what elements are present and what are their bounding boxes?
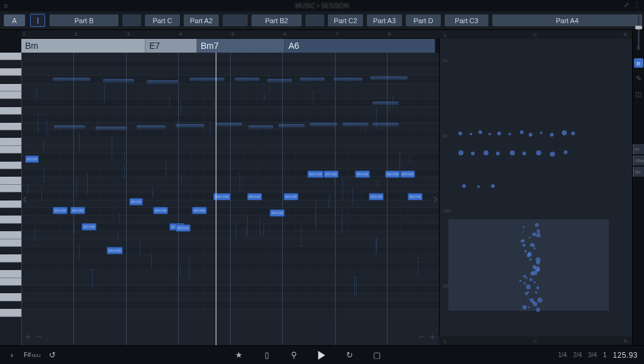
- part-a-chip[interactable]: A: [4, 14, 25, 26]
- piano-key-white[interactable]: [0, 185, 21, 192]
- piano-key-white[interactable]: [0, 162, 21, 169]
- time-sig-3[interactable]: 3/4: [588, 351, 597, 358]
- chord-segment[interactable]: E7: [145, 39, 197, 53]
- midi-note[interactable]: [270, 209, 285, 217]
- piano-key-black[interactable]: [0, 301, 13, 309]
- zoom-controls-left[interactable]: +−: [25, 331, 42, 343]
- part-tab[interactable]: Part D: [406, 14, 441, 26]
- scatter-view[interactable]: 1k1k100100: [439, 39, 632, 336]
- part-tab[interactable]: Part C: [145, 14, 180, 26]
- piano-key-white[interactable]: [0, 177, 21, 184]
- tuning-fork-icon[interactable]: ⚲: [288, 350, 300, 361]
- midi-note[interactable]: [192, 207, 207, 214]
- piano-key-white[interactable]: [0, 123, 21, 130]
- piano-key-white[interactable]: [0, 107, 21, 115]
- list-icon[interactable]: ≡: [634, 58, 643, 68]
- side-property[interactable]: Pr: [633, 144, 644, 154]
- chord-segment[interactable]: A6: [285, 39, 435, 53]
- piano-key-white[interactable]: [0, 53, 21, 60]
- song-key-chip[interactable]: F#MAJ: [24, 351, 41, 358]
- part-tab[interactable]: Part C2: [328, 14, 363, 26]
- master-fader[interactable]: [635, 15, 642, 50]
- bar-ruler[interactable]: 12345678: [21, 30, 439, 39]
- part-tab[interactable]: Part B: [50, 14, 119, 26]
- midi-note[interactable]: [400, 170, 415, 178]
- piano-key-black[interactable]: [0, 115, 13, 122]
- midi-note[interactable]: [129, 198, 143, 205]
- midi-note[interactable]: [107, 247, 123, 254]
- piano-keyboard[interactable]: [0, 53, 21, 345]
- piano-key-white[interactable]: [0, 146, 21, 153]
- metronome-icon[interactable]: ▯: [261, 350, 272, 361]
- piano-key-white[interactable]: [0, 200, 21, 208]
- favorite-icon[interactable]: ★: [233, 350, 245, 361]
- midi-note[interactable]: [369, 193, 384, 200]
- piano-key-white[interactable]: [0, 138, 21, 145]
- piano-key-black[interactable]: [0, 224, 13, 231]
- zoom-controls-right[interactable]: −+: [418, 331, 435, 343]
- piano-key-black[interactable]: [0, 153, 13, 161]
- eraser-icon[interactable]: ◫: [634, 90, 643, 99]
- piano-key-black[interactable]: [0, 60, 13, 68]
- midi-note[interactable]: [307, 170, 324, 178]
- pencil-icon[interactable]: ✎: [634, 74, 643, 83]
- chord-segment[interactable]: Bm: [21, 39, 145, 53]
- window-more-icon[interactable]: ⋮: [634, 1, 640, 8]
- midi-note[interactable]: [408, 193, 423, 200]
- midi-note[interactable]: [324, 170, 339, 178]
- next-chord-icon[interactable]: ›: [433, 191, 438, 207]
- piano-key-black[interactable]: [0, 99, 13, 107]
- chord-track[interactable]: BmE7Bm7A6: [21, 39, 439, 53]
- piano-key-white[interactable]: [0, 91, 21, 99]
- part-tab[interactable]: Part B2: [251, 14, 302, 26]
- part-insert-point[interactable]: [30, 14, 45, 27]
- midi-note[interactable]: [153, 207, 168, 214]
- play-button[interactable]: [316, 350, 327, 361]
- part-tab[interactable]: Part A3: [367, 14, 402, 26]
- midi-note[interactable]: [70, 207, 85, 214]
- piano-key-black[interactable]: [0, 208, 13, 216]
- piano-key-black[interactable]: [0, 192, 13, 200]
- piano-key-white[interactable]: [0, 270, 21, 278]
- side-property[interactable]: Ba: [633, 167, 644, 177]
- zoom-out-icon[interactable]: −: [418, 331, 424, 343]
- note-grid[interactable]: ‹ › +− −+: [21, 53, 439, 345]
- piano-key-white[interactable]: [0, 68, 21, 76]
- piano-key-white[interactable]: [0, 239, 21, 247]
- midi-note[interactable]: [385, 170, 400, 178]
- undo-icon[interactable]: ↺: [47, 350, 58, 361]
- piano-key-white[interactable]: [0, 231, 21, 239]
- zoom-in-icon[interactable]: +: [25, 331, 31, 343]
- piano-key-white[interactable]: [0, 278, 21, 286]
- piano-key-black[interactable]: [0, 247, 13, 254]
- piano-key-black[interactable]: [0, 130, 13, 138]
- part-tab[interactable]: Part A4: [492, 14, 642, 26]
- stop-icon[interactable]: ▢: [371, 350, 383, 361]
- side-property[interactable]: 4Bar: [633, 155, 644, 165]
- midi-note[interactable]: [355, 170, 370, 178]
- piano-key-white[interactable]: [0, 254, 21, 262]
- fader-knob[interactable]: [635, 26, 642, 29]
- zoom-out-icon[interactable]: −: [36, 331, 41, 343]
- piano-key-black[interactable]: [0, 76, 13, 83]
- chord-segment[interactable]: Bm7: [197, 39, 285, 53]
- time-sig-1[interactable]: 1/4: [558, 351, 567, 358]
- midi-note[interactable]: [176, 224, 191, 232]
- midi-note[interactable]: [283, 193, 298, 200]
- piano-key-black[interactable]: [0, 286, 13, 293]
- zoom-in-icon[interactable]: +: [430, 331, 435, 343]
- part-tab[interactable]: Part C3: [445, 14, 488, 26]
- prev-chord-icon[interactable]: ‹: [23, 191, 27, 207]
- midi-note[interactable]: [82, 223, 97, 231]
- app-menu-icon[interactable]: ≡: [4, 2, 8, 9]
- midi-note[interactable]: [25, 155, 39, 163]
- piano-key-white[interactable]: [0, 84, 21, 91]
- density-region[interactable]: [448, 219, 609, 311]
- piano-key-white[interactable]: [0, 293, 21, 301]
- midi-note[interactable]: [247, 193, 262, 200]
- piano-key-black[interactable]: [0, 263, 13, 270]
- piano-key-black[interactable]: [0, 169, 13, 177]
- time-sig-2[interactable]: 2/4: [573, 351, 582, 358]
- window-expand-icon[interactable]: ⤢: [624, 1, 629, 8]
- bpm-display[interactable]: 125.93: [613, 351, 638, 360]
